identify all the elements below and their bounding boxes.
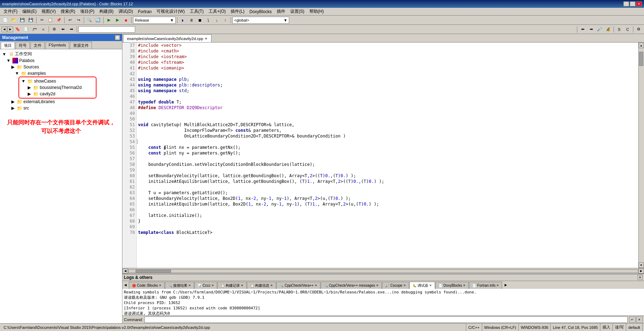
tab-cccc-close[interactable]: ✕ [211,284,214,287]
search-input[interactable] [78,26,135,33]
menu-tools-plus[interactable]: 工具+(O) [207,8,228,15]
menu-plugin2[interactable]: 插件 [275,8,287,15]
tab-build-log[interactable]: 📋构建记录 ✕ [218,282,247,289]
tree-palabos[interactable]: ▼ Palabos [1,57,121,64]
tab-fortran-close[interactable]: ✕ [496,284,499,287]
tab-buildlog-close[interactable]: ✕ [241,284,243,287]
menu-search[interactable]: 搜索(R) [59,8,77,15]
tab-doxyblocks[interactable]: 📄DoxyBlocks ✕ [435,282,469,289]
build-config-dropdown[interactable]: Release ▼ [133,17,176,24]
tree-examples[interactable]: ▼ 📁 examples [1,70,121,77]
bookmark-btn[interactable]: 🔖 [14,26,22,33]
bookmark2-btn[interactable]: 📑 [22,26,30,33]
redo-btn[interactable]: ↪ [75,16,82,24]
back-btn[interactable]: ◀ [1,27,7,32]
tab-cscope[interactable]: 🔎Cscope ✕ [382,282,409,289]
tab-symbol[interactable]: 符号 [16,42,30,49]
toolbar2-btn8[interactable]: 🔎 [596,26,604,33]
tree-boussinesq[interactable]: ▶ 📁 boussinesqThermal2d [21,84,94,91]
menu-visual[interactable]: 可视化设计(W) [154,8,187,15]
toolbar2-btn11[interactable]: C [624,26,632,33]
toolbar2-btn6[interactable]: ⬅ [579,26,587,33]
tab-doxyblocks-close[interactable]: ✕ [463,284,466,287]
toolbar2-btn10[interactable]: S [615,26,623,33]
close-button[interactable]: ✕ [636,1,642,6]
editor-tab-close[interactable]: ✕ [205,37,208,40]
tab-search-results[interactable]: 🔍接搜结果 ✕ [165,282,194,289]
menu-file[interactable]: 文件(F) [1,8,20,15]
minimize-button[interactable]: ─ [623,1,629,6]
open-btn[interactable]: 📂 [10,16,18,24]
find-btn[interactable]: 🔍 [86,16,93,24]
tree-workspace[interactable]: ▼ 🖥 工作空间 [1,51,121,57]
save-all-btn[interactable]: 💾 [27,16,35,24]
toolbar2-btn4[interactable]: ⬅ [59,26,67,33]
maximize-button[interactable]: □ [630,1,635,6]
h-scroll-right-btn[interactable]: ▶ [638,269,644,274]
toolbar2-btn3[interactable]: ⚙ [50,26,58,33]
menu-debug[interactable]: 调试(D) [116,8,135,15]
paste-btn[interactable]: 📌 [55,16,63,24]
copy-btn[interactable]: 📋 [46,16,54,24]
toolbar2-btn7[interactable]: ➡ [587,26,595,33]
tree-src[interactable]: ▶ 📁 src [10,105,121,111]
h-scroll-thumb[interactable] [136,270,171,273]
tab-cppcheck-msg[interactable]: 🔍CppCheck/Vera++ messages ✕ [321,282,382,289]
tab-build-info[interactable]: 📋构建信息 ✕ [247,282,276,289]
tree-cavity2d[interactable]: ▶ 📁 cavity2d [21,91,94,97]
tab-cppcheck[interactable]: 🔍CppCheck/Vera++ ✕ [276,282,320,289]
new-file-btn[interactable]: 📄 [1,16,9,24]
cut-btn[interactable]: ✂ [38,16,46,24]
command-input[interactable] [144,316,628,323]
scroll-down-btn[interactable]: ▼ [639,262,644,268]
tab-codeblocks-close[interactable]: ✕ [159,284,161,287]
tree-showcases[interactable]: ▼ 📁 showCases [21,78,94,84]
save-btn[interactable]: 💾 [18,16,26,24]
fold-btn-54[interactable]: - [137,140,138,144]
tab-cscope-close[interactable]: ✕ [403,284,406,287]
tree-sources[interactable]: ▶ 📁 Sources [1,64,121,70]
menu-edit[interactable]: 编辑(E) [20,8,39,15]
menu-build[interactable]: 构建(B) [97,8,116,15]
panel-close-btn[interactable]: ✕ [115,35,120,40]
tab-file[interactable]: 文件 [31,42,45,49]
menu-project[interactable]: 项目(P) [78,8,97,15]
stop-debug-btn[interactable]: ⏹ [196,16,204,24]
forward-btn[interactable]: ▶ [7,27,13,32]
scroll-thumb[interactable] [639,52,643,66]
tab-debugger-close[interactable]: ✕ [429,284,432,287]
global-dropdown[interactable]: <global> ▼ [232,17,289,24]
bottom-content[interactable]: Reading symbols from C:/Users/Farmland/D… [122,289,644,315]
horizontal-scrollbar[interactable]: ◀ ▶ [122,268,644,274]
debug-btn[interactable]: ⏵ [179,16,187,24]
tab-fortran-info[interactable]: 📄Fortran info ✕ [469,282,502,289]
tab-cppcheck-msg-close[interactable]: ✕ [376,284,379,287]
bottom-scroll-left[interactable]: ◀ [122,281,128,288]
tab-debugger[interactable]: 🐛调试器 ✕ [409,282,435,289]
toolbar2-btn5[interactable]: ➡ [67,26,75,33]
tab-cppcheck-close[interactable]: ✕ [315,284,317,287]
toolbar2-btn9[interactable]: 🔏 [604,26,612,33]
tab-codeblocks[interactable]: 🔴Code::Blocks ✕ [129,282,165,289]
scroll-up-btn[interactable]: ▲ [639,43,644,48]
run-btn[interactable]: ▶ [114,16,121,24]
step-out-btn[interactable]: ↑ [221,16,229,24]
menu-settings[interactable]: 设置(S) [288,8,307,15]
tab-buildinfo-close[interactable]: ✕ [270,284,273,287]
toolbar2-btn2[interactable]: < [39,26,47,33]
menu-tools[interactable]: 工具(T) [188,8,206,15]
tree-externallibs[interactable]: ▶ 📁 externalLibraries [10,99,121,105]
code-content[interactable]: #include <vector> #include <cmath> #incl… [137,43,638,268]
undo-btn[interactable]: ↩ [66,16,74,24]
replace-btn[interactable]: 🔄 [94,16,102,24]
tab-resources[interactable]: 资源文件 [70,42,92,49]
menu-view[interactable]: 视图(V) [39,8,58,15]
menu-fortran[interactable]: Fortran [136,9,154,15]
cmd-btn-2[interactable]: ✕ [636,316,643,323]
tab-project[interactable]: 项目 [1,42,15,49]
pause-btn[interactable]: ⏸ [187,16,195,24]
step-over-btn[interactable]: ⤵ [204,16,212,24]
menu-plugins[interactable]: 插件(L) [229,8,247,15]
bottom-scroll-right[interactable]: ▶ [503,281,508,288]
stop-btn[interactable]: ■ [122,16,130,24]
